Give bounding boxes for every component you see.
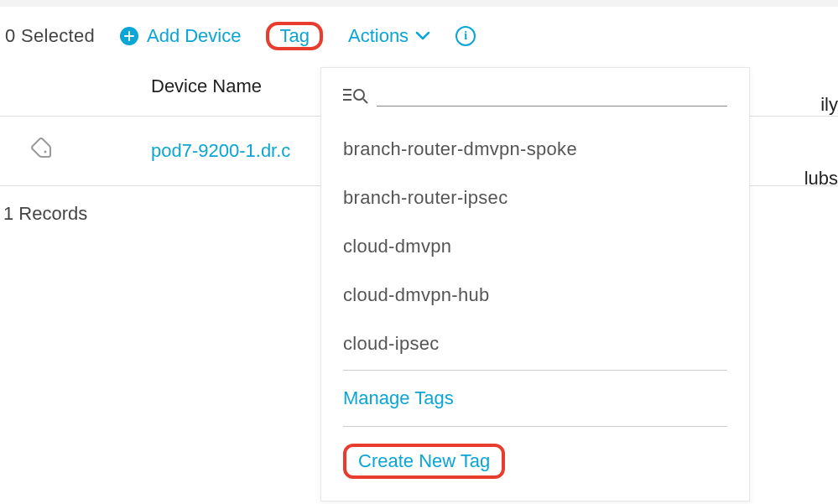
- create-tag-row: Create New Tag: [343, 429, 727, 479]
- tag-option[interactable]: cloud-dmvpn: [343, 222, 727, 271]
- chevron-down-icon: [415, 24, 430, 46]
- tag-icon[interactable]: [27, 145, 54, 166]
- tag-option[interactable]: branch-router-dmvpn-spoke: [343, 125, 727, 174]
- selected-count: 0 Selected: [5, 25, 95, 47]
- tag-button-highlight: Tag: [266, 22, 322, 50]
- tag-option[interactable]: cloud-ipsec: [343, 320, 727, 368]
- svg-line-5: [363, 99, 367, 103]
- info-icon[interactable]: i: [455, 26, 476, 46]
- manage-tags-link[interactable]: Manage Tags: [343, 372, 727, 424]
- tag-search-input[interactable]: [377, 88, 727, 107]
- divider: [343, 370, 727, 371]
- toolbar: 0 Selected Add Device Tag Actions i: [0, 7, 838, 65]
- actions-label: Actions: [348, 25, 409, 47]
- actions-button[interactable]: Actions: [348, 25, 430, 47]
- column-header-device-name[interactable]: Device Name: [151, 75, 262, 97]
- filter-search-icon[interactable]: [343, 86, 368, 108]
- tag-option[interactable]: cloud-dmvpn-hub: [343, 271, 727, 320]
- row-tag-cell: [0, 135, 151, 167]
- row-value-partial: lubs: [804, 168, 838, 190]
- svg-point-4: [354, 90, 364, 100]
- top-strip: [0, 0, 838, 7]
- device-name-link[interactable]: pod7-9200-1.dr.c: [151, 140, 290, 162]
- add-device-label: Add Device: [147, 25, 242, 47]
- divider: [343, 426, 727, 427]
- column-header-partial: ily: [820, 94, 838, 116]
- plus-icon: [120, 27, 138, 45]
- add-device-button[interactable]: Add Device: [120, 25, 242, 47]
- tag-search-row: [343, 86, 727, 108]
- tag-option[interactable]: branch-router-ipsec: [343, 174, 727, 222]
- create-new-tag-link[interactable]: Create New Tag: [343, 444, 505, 479]
- tag-button[interactable]: Tag: [279, 25, 309, 47]
- tag-dropdown: branch-router-dmvpn-spoke branch-router-…: [320, 67, 750, 501]
- svg-point-0: [44, 151, 47, 153]
